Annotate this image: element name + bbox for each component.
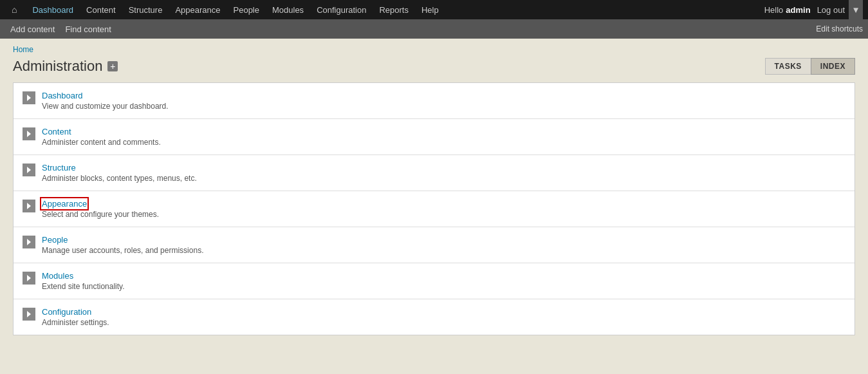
modules-content: Modules Extend site functionality. — [42, 271, 125, 291]
dashboard-content: Dashboard View and customize your dashbo… — [42, 91, 169, 111]
nav-item-dashboard[interactable]: Dashboard — [26, 0, 80, 19]
structure-description: Administer blocks, content types, menus,… — [42, 174, 197, 183]
nav-item-help[interactable]: Help — [415, 0, 445, 19]
admin-item-modules: Modules Extend site functionality. — [14, 263, 854, 299]
nav-item-content[interactable]: Content — [80, 0, 122, 19]
page-title: Administration + — [13, 58, 118, 75]
admin-item-configuration: Configuration Administer settings. — [14, 299, 854, 335]
logout-link[interactable]: Log out — [817, 5, 845, 15]
admin-item-content: Content Administer content and comments. — [14, 119, 854, 155]
structure-expand-arrow[interactable] — [23, 164, 35, 176]
configuration-content: Configuration Administer settings. — [42, 307, 109, 327]
nav-items-list: ⌂ Dashboard Content Structure Appearance… — [5, 0, 764, 19]
admin-items-box: Dashboard View and customize your dashbo… — [13, 82, 855, 335]
nav-item-modules[interactable]: Modules — [266, 0, 310, 19]
configuration-description: Administer settings. — [42, 318, 109, 327]
nav-item-appearance[interactable]: Appearance — [169, 0, 226, 19]
appearance-expand-arrow[interactable] — [23, 200, 35, 212]
structure-content: Structure Administer blocks, content typ… — [42, 163, 197, 183]
configuration-link[interactable]: Configuration — [42, 307, 91, 317]
nav-item-reports[interactable]: Reports — [373, 0, 415, 19]
people-expand-arrow[interactable] — [23, 236, 35, 248]
user-dropdown-button[interactable]: ▼ — [849, 0, 863, 19]
modules-expand-arrow[interactable] — [23, 272, 35, 285]
page-content: Home Administration + TASKS INDEX Dashbo… — [0, 39, 868, 342]
edit-shortcuts-link[interactable]: Edit shortcuts — [816, 24, 863, 33]
admin-item-appearance: Appearance Select and configure your the… — [14, 191, 854, 227]
configuration-expand-arrow[interactable] — [23, 308, 35, 321]
people-content: People Manage user accounts, roles, and … — [42, 235, 203, 255]
structure-link[interactable]: Structure — [42, 163, 76, 173]
secondary-links: Add content Find content — [5, 19, 116, 39]
breadcrumb: Home — [13, 45, 855, 54]
people-link[interactable]: People — [42, 235, 68, 245]
modules-link[interactable]: Modules — [42, 271, 73, 281]
content-expand-arrow[interactable] — [23, 127, 35, 140]
secondary-navigation: Add content Find content Edit shortcuts — [0, 19, 868, 39]
nav-item-people[interactable]: People — [227, 0, 266, 19]
page-title-text: Administration — [13, 58, 102, 75]
top-navigation: ⌂ Dashboard Content Structure Appearance… — [0, 0, 868, 19]
admin-item-dashboard: Dashboard View and customize your dashbo… — [14, 83, 854, 119]
dashboard-expand-arrow[interactable] — [23, 91, 35, 104]
dashboard-description: View and customize your dashboard. — [42, 102, 169, 111]
breadcrumb-home[interactable]: Home — [13, 45, 33, 54]
user-section: Hello admin Log out ▼ — [764, 0, 863, 19]
add-shortcut-icon[interactable]: + — [107, 61, 118, 71]
content-description: Administer content and comments. — [42, 138, 161, 147]
nav-item-structure[interactable]: Structure — [122, 0, 169, 19]
hello-label: Hello — [764, 5, 784, 15]
home-icon[interactable]: ⌂ — [5, 0, 23, 19]
admin-item-people: People Manage user accounts, roles, and … — [14, 227, 854, 263]
appearance-description: Select and configure your themes. — [42, 210, 159, 219]
people-description: Manage user accounts, roles, and permiss… — [42, 246, 203, 255]
content-link[interactable]: Content — [42, 127, 71, 136]
tasks-button[interactable]: TASKS — [765, 58, 811, 75]
admin-item-structure: Structure Administer blocks, content typ… — [14, 155, 854, 191]
dashboard-link[interactable]: Dashboard — [42, 91, 83, 100]
find-content-link[interactable]: Find content — [60, 19, 116, 39]
page-title-row: Administration + TASKS INDEX — [13, 58, 855, 75]
nav-item-configuration[interactable]: Configuration — [310, 0, 373, 19]
add-content-link[interactable]: Add content — [5, 19, 60, 39]
appearance-link[interactable]: Appearance — [42, 199, 87, 209]
appearance-content: Appearance Select and configure your the… — [42, 199, 159, 219]
page-action-buttons: TASKS INDEX — [765, 58, 855, 75]
admin-username: admin — [786, 5, 810, 15]
index-button[interactable]: INDEX — [811, 58, 855, 75]
content-content: Content Administer content and comments. — [42, 127, 161, 147]
modules-description: Extend site functionality. — [42, 282, 125, 291]
